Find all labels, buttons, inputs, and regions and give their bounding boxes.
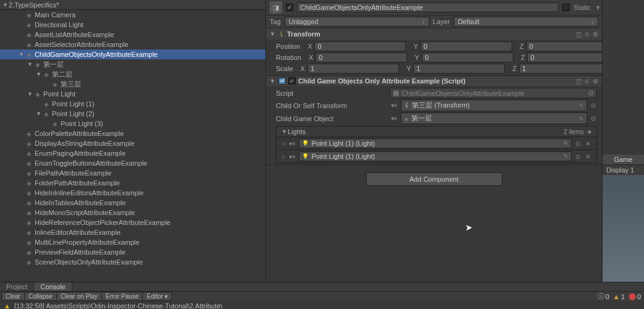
- pos-x-input[interactable]: [314, 41, 406, 51]
- help-icon[interactable]: ◫: [576, 31, 582, 38]
- hierarchy-item[interactable]: HideMonoScriptAttributeExample: [0, 208, 265, 218]
- hierarchy-item[interactable]: InlineEditorAttributeExample: [0, 227, 265, 237]
- hierarchy-item[interactable]: AssetListAttributeExample: [0, 30, 265, 40]
- inspector-header: ◨ Static ▼: [266, 0, 602, 15]
- active-checkbox[interactable]: [286, 4, 293, 11]
- light-field-0[interactable]: 💡Point Light (1) (Light)✎: [299, 138, 572, 148]
- error-pause-button[interactable]: Error Pause: [101, 292, 143, 301]
- pencil-icon[interactable]: ✎: [579, 116, 584, 122]
- object-picker-icon[interactable]: ⊙: [590, 115, 597, 122]
- remove-item-button[interactable]: ✕: [584, 153, 591, 160]
- hierarchy-item[interactable]: ▼ChildGameObjectsOnlyAttributeExample: [0, 49, 265, 59]
- console-tab[interactable]: Console: [34, 282, 72, 291]
- hierarchy-item[interactable]: HideInInlineEditorsAttributeExample: [0, 188, 265, 198]
- hierarchy-item[interactable]: HideInTablesAttributeExample: [0, 198, 265, 208]
- static-checkbox[interactable]: [562, 4, 570, 11]
- hierarchy-item[interactable]: HideReferenceObjectPickerAttributeExampl…: [0, 218, 265, 227]
- display-dropdown[interactable]: Display 1: [603, 165, 644, 175]
- hierarchy-item[interactable]: Point Light (1): [0, 99, 265, 109]
- hierarchy-item[interactable]: DisplayAsStringAttributeExample: [0, 138, 265, 148]
- remove-item-button[interactable]: ✕: [584, 140, 591, 147]
- object-picker-icon[interactable]: ⊙: [574, 153, 582, 160]
- foldout-icon[interactable]: ▼: [36, 111, 42, 117]
- pencil-icon[interactable]: ✎: [579, 103, 584, 109]
- help-icon[interactable]: ◫: [576, 78, 582, 85]
- gameobject-name-input[interactable]: [297, 2, 559, 12]
- preset-icon[interactable]: ⛭: [584, 78, 590, 85]
- hierarchy-item[interactable]: ▼Point Light: [0, 89, 265, 99]
- pencil-icon[interactable]: ✎: [564, 153, 569, 159]
- child-go-field[interactable]: 第一层✎: [401, 112, 587, 124]
- hierarchy-item[interactable]: Main Camera: [0, 10, 265, 20]
- scale-z-input[interactable]: [519, 64, 611, 74]
- gear-icon[interactable]: ⚙: [593, 31, 598, 38]
- lights-list-header[interactable]: ▼ Lights 2 items +: [276, 126, 597, 137]
- odin-dropdown-icon[interactable]: ▾≡: [390, 102, 398, 109]
- tag-dropdown[interactable]: Untagged‡: [285, 17, 429, 27]
- hierarchy-item[interactable]: FilePathAttributeExample: [0, 168, 265, 178]
- hierarchy-item[interactable]: FolderPathAttributeExample: [0, 178, 265, 188]
- add-item-button[interactable]: +: [588, 128, 591, 135]
- hierarchy-item[interactable]: MultiLinePropertyAttributeExample: [0, 237, 265, 247]
- drag-handle-icon[interactable]: ≡: [281, 153, 285, 160]
- scale-x-input[interactable]: [307, 64, 399, 74]
- gear-icon[interactable]: ⚙: [593, 78, 598, 85]
- hierarchy-item[interactable]: ▼第二层: [0, 69, 265, 79]
- script-header[interactable]: ▼ c# Child Game Objects Only Attribute E…: [266, 76, 602, 86]
- pos-y-input[interactable]: [421, 41, 512, 51]
- object-picker-icon[interactable]: ⊙: [590, 102, 597, 109]
- hierarchy-item[interactable]: Directional Light: [0, 20, 265, 30]
- object-picker-icon[interactable]: ⊙: [574, 140, 582, 147]
- editor-dropdown[interactable]: Editor ▾: [142, 292, 172, 301]
- tag-label: Tag: [270, 18, 281, 25]
- hierarchy-item[interactable]: EnumToggleButtonsAttributeExample: [0, 158, 265, 168]
- hierarchy-item[interactable]: 第三层: [0, 79, 265, 89]
- layer-dropdown[interactable]: Default‡: [453, 17, 598, 27]
- hierarchy-item[interactable]: AssetSelectorAttributeExample: [0, 40, 265, 49]
- pencil-icon[interactable]: ✎: [564, 140, 569, 146]
- game-tab[interactable]: Game: [603, 154, 644, 165]
- hierarchy-item[interactable]: EnumPagingAttributeExample: [0, 148, 265, 158]
- hierarchy-item[interactable]: ColorPaletteAttributeExample: [0, 129, 265, 138]
- warn-badge[interactable]: ▲1: [611, 293, 627, 300]
- odin-dropdown-icon[interactable]: ▾≡: [288, 153, 296, 160]
- clear-on-play-button[interactable]: Clear on Play: [56, 292, 102, 301]
- preset-icon[interactable]: ⛭: [584, 31, 590, 38]
- rot-x-input[interactable]: [316, 53, 407, 62]
- transform-header[interactable]: ▼ ⤹ Transform ◫⛭⚙: [266, 28, 602, 40]
- odin-dropdown-icon[interactable]: ▾≡: [288, 140, 296, 147]
- error-badge[interactable]: ⬤0: [627, 292, 643, 300]
- hierarchy-item[interactable]: Point Light (3): [0, 119, 265, 129]
- script-field-row: Script ▦ChildGameObjectsOnlyAttributeExa…: [266, 87, 602, 99]
- collapse-button[interactable]: Collapse: [24, 292, 57, 301]
- scale-y-input[interactable]: [413, 64, 505, 74]
- console-message[interactable]: ▲ [13:32:58] Assets\Scripts\Odin-Inspect…: [0, 301, 644, 309]
- foldout-icon[interactable]: ▼: [27, 91, 33, 97]
- scene-foldout-icon[interactable]: ▼: [2, 2, 9, 8]
- light-field-1[interactable]: 💡Point Light (1) (Light)✎: [299, 151, 572, 161]
- add-component-button[interactable]: Add Component: [366, 172, 502, 186]
- foldout-icon[interactable]: ▼: [36, 71, 42, 77]
- info-badge[interactable]: ⓘ0: [596, 292, 611, 301]
- project-tab[interactable]: Project: [0, 282, 34, 291]
- drag-handle-icon[interactable]: ≡: [281, 140, 285, 147]
- child-transform-field[interactable]: ⤹第三层 (Transform)✎: [401, 99, 587, 111]
- foldout-icon[interactable]: ▼: [27, 61, 33, 67]
- foldout-icon[interactable]: ▼: [281, 129, 288, 135]
- script-enabled-checkbox[interactable]: [288, 77, 296, 85]
- foldout-icon[interactable]: ▼: [19, 51, 25, 57]
- hierarchy-item[interactable]: ▼第一层: [0, 59, 265, 69]
- hierarchy-item[interactable]: PreviewFieldAttributeExample: [0, 247, 265, 257]
- foldout-icon[interactable]: ▼: [270, 78, 276, 84]
- static-dropdown-icon[interactable]: ▼: [595, 4, 598, 11]
- hierarchy-item-label: EnumToggleButtonsAttributeExample: [35, 159, 147, 167]
- odin-dropdown-icon[interactable]: ▾≡: [390, 115, 398, 122]
- scene-header[interactable]: ▼ 2.TypeSpecifics*: [0, 0, 265, 10]
- clear-button[interactable]: Clear: [1, 292, 25, 301]
- hierarchy-item[interactable]: SceneObjectsOnlyAttributeExample: [0, 257, 265, 267]
- hierarchy-tree[interactable]: Main CameraDirectional LightAssetListAtt…: [0, 10, 265, 282]
- rot-y-input[interactable]: [422, 53, 513, 62]
- object-picker-icon[interactable]: ⊙: [588, 89, 594, 97]
- hierarchy-item[interactable]: ▼Point Light (2): [0, 109, 265, 119]
- foldout-icon[interactable]: ▼: [270, 31, 276, 37]
